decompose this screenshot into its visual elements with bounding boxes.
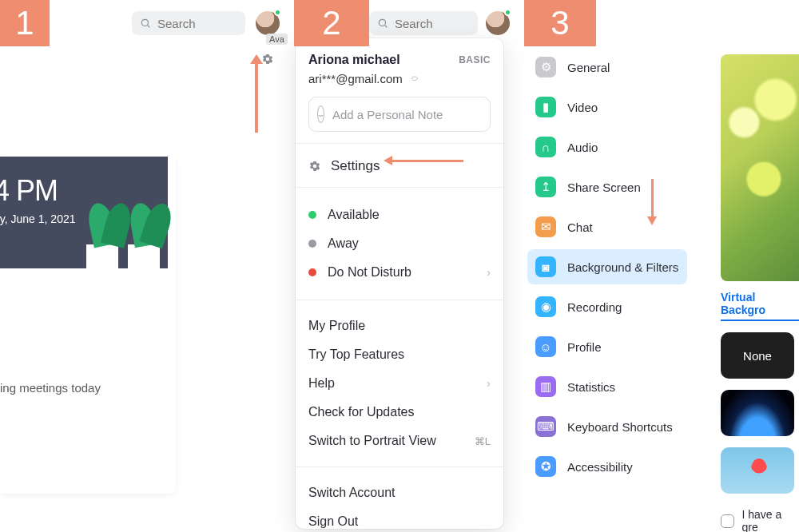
annotation-arrow-icon xyxy=(255,62,258,133)
status-label: Available xyxy=(328,208,380,222)
chart-icon: ▥ xyxy=(535,376,556,397)
video-icon: ▮ xyxy=(535,97,556,117)
nav-label: Background & Filters xyxy=(567,260,678,274)
preview-thumbnail xyxy=(721,54,799,281)
menu-label: Switch Account xyxy=(308,486,396,500)
portrait-view-link[interactable]: Switch to Portrait View⌘L xyxy=(296,427,503,455)
nav-profile[interactable]: ☺Profile xyxy=(527,329,687,364)
menu-label: Sign Out xyxy=(308,514,358,529)
personal-note-field[interactable] xyxy=(332,108,484,121)
background-icon: ◙ xyxy=(535,256,556,277)
share-screen-icon: ↥ xyxy=(535,177,556,197)
headphones-icon: ∩ xyxy=(535,137,556,157)
green-screen-checkbox[interactable]: I have a gre xyxy=(721,508,799,532)
nav-label: Chat xyxy=(567,220,593,234)
chevron-right-icon: › xyxy=(487,266,491,279)
gear-icon xyxy=(308,160,321,173)
status-dot-icon xyxy=(308,268,316,276)
smiley-icon[interactable]: ⌣ xyxy=(317,105,324,123)
status-available[interactable]: Available xyxy=(296,200,503,229)
plan-badge: BASIC xyxy=(459,54,491,66)
nav-label: Keyboard Shortcuts xyxy=(567,420,673,434)
annotation-arrow-icon xyxy=(651,179,654,217)
bg-option-none[interactable]: None xyxy=(721,332,794,379)
avatar-tooltip: Ava xyxy=(266,34,288,45)
bg-option-flower[interactable] xyxy=(721,447,794,494)
search-input[interactable]: Search xyxy=(369,11,478,35)
nav-accessibility[interactable]: ✪Accessibility xyxy=(527,449,687,484)
eye-off-icon[interactable]: ᯆ xyxy=(411,73,421,85)
status-dot-icon xyxy=(308,240,316,248)
menu-label: Try Top Features xyxy=(308,347,404,362)
nav-label: Recording xyxy=(567,300,622,314)
nav-statistics[interactable]: ▥Statistics xyxy=(527,369,687,404)
accessibility-icon: ✪ xyxy=(535,456,556,477)
settings-menu-item[interactable]: Settings xyxy=(296,155,503,176)
gear-icon[interactable] xyxy=(261,53,274,66)
step-1-badge: 1 xyxy=(0,0,50,46)
profile-menu: Ariona michael BASIC ari***@gmail.com ᯆ … xyxy=(296,38,503,529)
nav-label: Profile xyxy=(567,340,602,354)
status-label: Away xyxy=(328,236,359,251)
profile-name: Ariona michael xyxy=(308,53,400,67)
nav-video[interactable]: ▮Video xyxy=(527,89,687,125)
hero-illustration-icon xyxy=(86,158,166,268)
search-placeholder: Search xyxy=(157,17,196,30)
status-label: Do Not Disturb xyxy=(328,265,411,280)
presence-dot-icon xyxy=(504,9,511,16)
nav-share-screen[interactable]: ↥Share Screen xyxy=(527,169,687,204)
nav-audio[interactable]: ∩Audio xyxy=(527,129,687,165)
menu-label: Check for Updates xyxy=(308,405,415,419)
svg-line-1 xyxy=(148,26,150,28)
svg-point-0 xyxy=(141,19,148,26)
my-profile-link[interactable]: My Profile xyxy=(296,312,503,340)
no-meetings-label: ing meetings today xyxy=(0,381,101,395)
gear-icon: ⚙ xyxy=(535,57,556,77)
person-icon: ☺ xyxy=(535,336,556,357)
search-input[interactable]: Search xyxy=(132,11,245,35)
menu-label: My Profile xyxy=(308,319,365,333)
settings-label: Settings xyxy=(331,158,380,174)
sign-out-link[interactable]: Sign Out xyxy=(296,507,503,532)
nav-background-filters[interactable]: ◙Background & Filters xyxy=(527,249,687,284)
check-updates-link[interactable]: Check for Updates xyxy=(296,398,503,427)
keyboard-icon: ⌨ xyxy=(535,416,556,437)
personal-note-input[interactable]: ⌣ xyxy=(308,97,491,132)
nav-label: Accessibility xyxy=(567,460,633,474)
annotation-arrow-icon xyxy=(392,160,463,162)
chat-icon: ✉ xyxy=(535,216,556,237)
profile-email: ari***@gmail.com xyxy=(308,72,403,85)
nav-keyboard-shortcuts[interactable]: ⌨Keyboard Shortcuts xyxy=(527,409,687,444)
background-pane: Virtual Backgro None I have a gre xyxy=(721,54,799,532)
search-icon xyxy=(377,18,388,29)
status-away[interactable]: Away xyxy=(296,229,503,258)
try-top-features-link[interactable]: Try Top Features xyxy=(296,340,503,369)
status-dot-icon xyxy=(308,211,316,219)
chevron-right-icon: › xyxy=(487,377,491,390)
tab-virtual-backgrounds[interactable]: Virtual Backgro xyxy=(721,291,799,321)
nav-label: Video xyxy=(567,101,598,114)
menu-label: Help xyxy=(308,376,335,391)
checkbox-icon xyxy=(721,514,734,528)
help-link[interactable]: Help› xyxy=(296,369,503,398)
step-2-badge: 2 xyxy=(294,0,369,46)
search-placeholder: Search xyxy=(395,17,433,30)
switch-account-link[interactable]: Switch Account xyxy=(296,478,503,507)
svg-line-3 xyxy=(385,26,388,28)
checkbox-label: I have a gre xyxy=(742,508,800,532)
step-3-badge: 3 xyxy=(524,0,596,46)
search-icon xyxy=(140,18,151,29)
menu-label: Switch to Portrait View xyxy=(308,434,436,448)
nav-label: Share Screen xyxy=(567,181,641,194)
nav-general[interactable]: ⚙General xyxy=(527,50,687,85)
bg-option-earth[interactable] xyxy=(721,390,794,436)
record-icon: ◉ xyxy=(535,296,556,317)
shortcut-label: ⌘L xyxy=(475,435,491,447)
presence-dot-icon xyxy=(274,9,281,16)
svg-point-2 xyxy=(379,19,385,26)
nav-label: Audio xyxy=(567,141,598,154)
status-dnd[interactable]: Do Not Disturb › xyxy=(296,258,503,287)
settings-sidebar: ⚙General ▮Video ∩Audio ↥Share Screen ✉Ch… xyxy=(527,50,687,489)
nav-chat[interactable]: ✉Chat xyxy=(527,209,687,244)
nav-recording[interactable]: ◉Recording xyxy=(527,289,687,324)
